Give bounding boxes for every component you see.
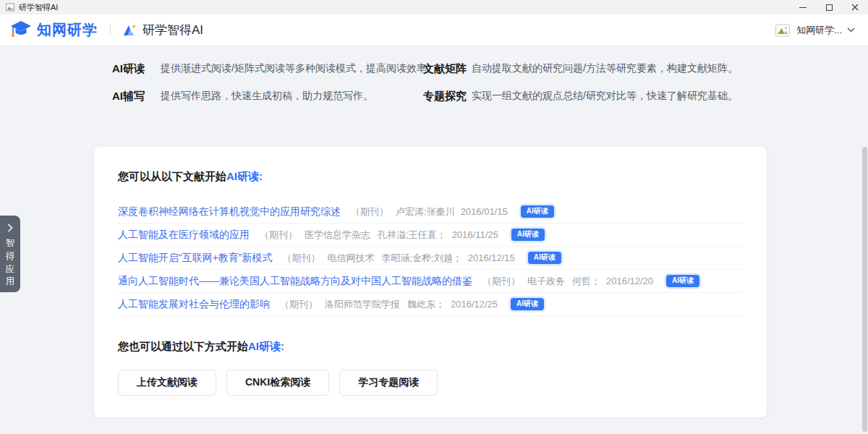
cnki-search-button[interactable]: CNKI检索阅读 (226, 370, 329, 396)
start-methods-heading-highlight: AI研读: (248, 340, 284, 352)
feature-label-ai-write: AI辅写 (112, 90, 161, 103)
brand-logo: 知网研学 (10, 20, 98, 40)
start-methods-heading: 您也可以通过以下方式开始AI研读: (118, 340, 743, 354)
ai-read-badge[interactable]: AI研读 (511, 229, 545, 241)
paper-type: （期刊） (482, 275, 520, 288)
product-logo: 研学智得AI (123, 22, 203, 38)
paper-date: 2016/12/15 (468, 252, 515, 263)
paper-type: （期刊） (351, 205, 388, 218)
paper-authors: 何哲； (572, 275, 600, 288)
window-title: 研学智得AI (19, 2, 58, 13)
study-topic-button[interactable]: 学习专题阅读 (339, 370, 438, 396)
chevron-down-icon (847, 27, 855, 33)
product-name: 研学智得AI (142, 22, 203, 38)
start-methods-heading-text: 您也可以通过以下方式开始 (118, 340, 248, 352)
paper-authors: 李昭涵;金桦;刘越； (382, 252, 462, 265)
window-titlebar: 研学智得AI (0, 0, 868, 14)
avatar (775, 23, 790, 38)
main-card: 您可以从以下文献开始AI研读: 深度卷积神经网络在计算机视觉中的应用研究综述 （… (94, 147, 767, 417)
feature-desc-ai-write: 提供写作思路，快速生成初稿，助力规范写作。 (161, 90, 423, 103)
graduation-cap-icon (10, 20, 32, 40)
paper-title-link[interactable]: 人工智能及在医疗领域的应用 (118, 229, 250, 242)
header-divider (110, 25, 111, 35)
ai-read-badge[interactable]: AI研读 (528, 252, 561, 264)
ai-read-badge[interactable]: AI研读 (521, 205, 554, 218)
app-icon (6, 3, 14, 12)
feature-label-topic: 专题探究 (423, 90, 472, 103)
paper-authors: 卢宏涛;张秦川 (396, 205, 455, 218)
paper-journal: 医学信息学杂志 (305, 229, 370, 242)
vertical-scrollbar[interactable] (862, 147, 867, 432)
paper-row: 通向人工智能时代——兼论美国人工智能战略方向及对中国人工智能战略的借鉴 （期刊）… (118, 270, 743, 293)
app-header: 知网研学 研学智得AI 知网研学... (0, 14, 868, 46)
upload-literature-button[interactable]: 上传文献阅读 (118, 370, 216, 396)
minimize-icon (799, 7, 807, 8)
paper-date: 2016/12/25 (451, 299, 498, 310)
papers-heading-highlight: AI研读: (226, 170, 263, 182)
paper-title-link[interactable]: 深度卷积神经网络在计算机视觉中的应用研究综述 (118, 205, 341, 218)
paper-journal: 洛阳师范学院学报 (325, 298, 400, 311)
ai-read-badge[interactable]: AI研读 (511, 298, 544, 310)
paper-date: 2016/11/25 (452, 229, 498, 240)
paper-type: （期刊） (283, 252, 320, 265)
sidebar-apps-tab[interactable]: 智得应用 (0, 216, 20, 292)
feature-label-lit-matrix: 文献矩阵 (423, 62, 472, 76)
close-icon (851, 4, 859, 11)
feature-desc-ai-read: 提供渐进式阅读/矩阵式阅读等多种阅读模式，提高阅读效率。 (161, 62, 423, 75)
brand-name: 知网研学 (37, 20, 98, 40)
feature-summary: AI研读 提供渐进式阅读/矩阵式阅读等多种阅读模式，提高阅读效率。 文献矩阵 自… (112, 62, 738, 103)
start-buttons: 上传文献阅读 CNKI检索阅读 学习专题阅读 (118, 370, 743, 396)
paper-row: 深度卷积神经网络在计算机视觉中的应用研究综述 （期刊） 卢宏涛;张秦川 2016… (118, 200, 743, 224)
papers-heading-text: 您可以从以下文献开始 (118, 170, 226, 182)
paper-authors: 孔祥溢;王任直； (378, 229, 446, 242)
paper-row: 人工智能开启“互联网+教育”新模式 （期刊） 电信网技术 李昭涵;金桦;刘越； … (118, 247, 743, 270)
paper-title-link[interactable]: 通向人工智能时代——兼论美国人工智能战略方向及对中国人工智能战略的借鉴 (118, 275, 472, 288)
feature-label-ai-read: AI研读 (112, 62, 161, 76)
paper-journal: 电信网技术 (328, 252, 375, 265)
paper-date: 2016/12/20 (606, 276, 653, 286)
account-name: 知网研学... (796, 24, 842, 37)
maximize-icon (826, 4, 833, 11)
feature-desc-topic: 实现一组文献的观点总结/研究对比等，快速了解研究基础。 (472, 90, 738, 103)
sidebar-apps-tab-label: 智得应用 (5, 237, 15, 289)
minimize-button[interactable] (790, 0, 816, 14)
account-menu[interactable]: 知网研学... (775, 23, 855, 38)
papers-heading: 您可以从以下文献开始AI研读: (118, 170, 743, 184)
maximize-button[interactable] (816, 0, 842, 14)
ai-read-badge[interactable]: AI研读 (666, 275, 699, 287)
paper-type: （期刊） (280, 298, 318, 311)
paper-type: （期刊） (260, 229, 297, 242)
paper-title-link[interactable]: 人工智能发展对社会与伦理的影响 (118, 298, 270, 311)
paper-date: 2016/01/15 (461, 206, 508, 217)
product-mark-icon (123, 25, 137, 36)
feature-desc-lit-matrix: 自动提取文献的研究问题/方法等研究要素，构建文献矩阵。 (472, 62, 738, 75)
paper-title-link[interactable]: 人工智能开启“互联网+教育”新模式 (118, 252, 273, 265)
paper-row: 人工智能及在医疗领域的应用 （期刊） 医学信息学杂志 孔祥溢;王任直； 2016… (118, 224, 743, 247)
chevron-right-icon (7, 224, 13, 232)
close-button[interactable] (842, 0, 868, 14)
paper-journal: 电子政务 (527, 275, 565, 288)
paper-list: 深度卷积神经网络在计算机视觉中的应用研究综述 （期刊） 卢宏涛;张秦川 2016… (118, 200, 743, 316)
paper-authors: 魏屹东； (407, 298, 445, 311)
paper-row: 人工智能发展对社会与伦理的影响 （期刊） 洛阳师范学院学报 魏屹东； 2016/… (118, 293, 743, 316)
